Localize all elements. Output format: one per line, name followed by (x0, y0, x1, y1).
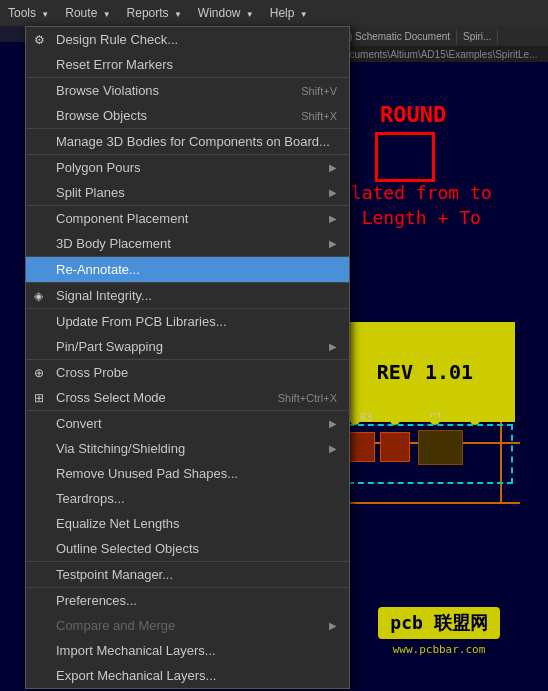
reports-arrow: ▼ (174, 10, 182, 19)
menu-item-re-annotate[interactable]: Re-Annotate... (26, 257, 349, 282)
menu-label-convert: Convert (56, 416, 102, 431)
menu-label-via-stitching: Via Stitching/Shielding (56, 441, 185, 456)
menu-item-preferences[interactable]: Preferences... (26, 588, 349, 613)
filepath-text: \Documents\Altium\AD15\Examples\SpiritLe… (334, 49, 537, 60)
menu-label-manage-3d-bodies: Manage 3D Bodies for Components on Board… (56, 134, 330, 149)
route-arrow: ▼ (103, 10, 111, 19)
menu-section-1: ⚙ Design Rule Check... Reset Error Marke… (26, 27, 349, 78)
menu-item-teardrops[interactable]: Teardrops... (26, 486, 349, 511)
menu-label-re-annotate: Re-Annotate... (56, 262, 140, 277)
menu-label-update-from-pcb: Update From PCB Libraries... (56, 314, 227, 329)
pcb-calculated-text: ulated from to (340, 182, 492, 203)
cross-select-icon: ⊞ (34, 391, 44, 405)
menu-label-pin-part-swapping: Pin/Part Swapping (56, 339, 163, 354)
pcb-logo-area: pcb 联盟网 www.pcbbar.com (340, 591, 538, 671)
drc-icon: ⚙ (34, 33, 45, 47)
menu-item-compare-merge: Compare and Merge ▶ (26, 613, 349, 638)
menu-tools[interactable]: Tools ▼ (0, 2, 57, 24)
menu-item-pin-part-swapping[interactable]: Pin/Part Swapping ▶ (26, 334, 349, 359)
menu-item-browse-violations[interactable]: Browse Violations Shift+V (26, 78, 349, 103)
menu-section-5: Component Placement ▶ 3D Body Placement … (26, 206, 349, 257)
menu-section-9: ⊕ Cross Probe ⊞ Cross Select Mode Shift+… (26, 360, 349, 411)
menu-item-manage-3d-bodies[interactable]: Manage 3D Bodies for Components on Board… (26, 129, 349, 154)
menu-label-export-mechanical-layers: Export Mechanical Layers... (56, 668, 216, 683)
menu-label-browse-violations: Browse Violations (56, 83, 159, 98)
menu-section-11: Testpoint Manager... (26, 562, 349, 588)
menu-item-split-planes[interactable]: Split Planes ▶ (26, 180, 349, 205)
menu-label-design-rule-check: Design Rule Check... (56, 32, 178, 47)
menu-item-component-placement[interactable]: Component Placement ▶ (26, 206, 349, 231)
menu-item-browse-objects[interactable]: Browse Objects Shift+X (26, 103, 349, 128)
shortcut-cross-select: Shift+Ctrl+X (278, 392, 337, 404)
compare-merge-arrow: ▶ (329, 620, 337, 631)
menu-item-convert[interactable]: Convert ▶ (26, 411, 349, 436)
menu-item-design-rule-check[interactable]: ⚙ Design Rule Check... (26, 27, 349, 52)
pin-part-swapping-arrow: ▶ (329, 341, 337, 352)
menu-reports[interactable]: Reports ▼ (119, 2, 190, 24)
pcb-url-text: www.pcbbar.com (393, 643, 486, 656)
pcb-rev-text: REV 1.01 (377, 360, 473, 384)
menu-item-remove-unused-pad[interactable]: Remove Unused Pad Shapes... (26, 461, 349, 486)
menu-item-cross-probe[interactable]: ⊕ Cross Probe (26, 360, 349, 385)
menu-item-update-from-pcb[interactable]: Update From PCB Libraries... (26, 309, 349, 334)
selection-box (338, 424, 513, 484)
shortcut-browse-objects: Shift+X (301, 110, 337, 122)
pcb-length-text: h Length + To (340, 207, 481, 228)
menu-label-3d-body-placement: 3D Body Placement (56, 236, 171, 251)
menu-label-signal-integrity: Signal Integrity... (56, 288, 152, 303)
menu-item-3d-body-placement[interactable]: 3D Body Placement ▶ (26, 231, 349, 256)
menu-label-reset-error-markers: Reset Error Markers (56, 57, 173, 72)
header-tab-2[interactable]: Spiri... (457, 29, 498, 44)
split-planes-arrow: ▶ (329, 187, 337, 198)
menu-item-testpoint-manager[interactable]: Testpoint Manager... (26, 562, 349, 587)
help-arrow: ▼ (300, 10, 308, 19)
window-arrow: ▼ (246, 10, 254, 19)
menu-label-equalize-net-lengths: Equalize Net Lengths (56, 516, 180, 531)
menu-item-polygon-pours[interactable]: Polygon Pours ▶ (26, 155, 349, 180)
menu-item-signal-integrity[interactable]: ◈ Signal Integrity... (26, 283, 349, 308)
menu-item-outline-selected[interactable]: Outline Selected Objects (26, 536, 349, 561)
menu-item-reset-error-markers[interactable]: Reset Error Markers (26, 52, 349, 77)
pcb-yellow-box: REV 1.01 (335, 322, 515, 422)
menu-section-8: Update From PCB Libraries... Pin/Part Sw… (26, 309, 349, 360)
menu-route[interactable]: Route ▼ (57, 2, 118, 24)
convert-arrow: ▶ (329, 418, 337, 429)
menu-item-equalize-net-lengths[interactable]: Equalize Net Lengths (26, 511, 349, 536)
menu-label-remove-unused-pad: Remove Unused Pad Shapes... (56, 466, 238, 481)
menu-section-3: Manage 3D Bodies for Components on Board… (26, 129, 349, 155)
menubar: Tools ▼ Route ▼ Reports ▼ Window ▼ Help … (0, 0, 548, 26)
cross-probe-icon: ⊕ (34, 366, 44, 380)
menu-window[interactable]: Window ▼ (190, 2, 262, 24)
header-bar: (9) Schematic Document Spiri... (330, 26, 548, 46)
menu-label-polygon-pours: Polygon Pours (56, 160, 141, 175)
via-stitching-arrow: ▶ (329, 443, 337, 454)
menu-label-teardrops: Teardrops... (56, 491, 125, 506)
pcb-logo-text: pcb 联盟网 (390, 612, 487, 633)
menu-section-2: Browse Violations Shift+V Browse Objects… (26, 78, 349, 129)
menu-help[interactable]: Help ▼ (262, 2, 316, 24)
menu-item-via-stitching[interactable]: Via Stitching/Shielding ▶ (26, 436, 349, 461)
shortcut-browse-violations: Shift+V (301, 85, 337, 97)
menu-label-testpoint-manager: Testpoint Manager... (56, 567, 173, 582)
menu-section-12: Preferences... Compare and Merge ▶ Impor… (26, 588, 349, 688)
menu-label-cross-probe: Cross Probe (56, 365, 128, 380)
menu-label-preferences: Preferences... (56, 593, 137, 608)
menu-item-import-mechanical-layers[interactable]: Import Mechanical Layers... (26, 638, 349, 663)
pcb-logo-box: pcb 联盟网 (378, 607, 499, 639)
polygon-pours-arrow: ▶ (329, 162, 337, 173)
3d-body-placement-arrow: ▶ (329, 238, 337, 249)
header-tab-1[interactable]: (9) Schematic Document (334, 29, 457, 44)
menu-item-cross-select-mode[interactable]: ⊞ Cross Select Mode Shift+Ctrl+X (26, 385, 349, 410)
menu-label-cross-select-mode: Cross Select Mode (56, 390, 166, 405)
filepath-bar: \Documents\Altium\AD15\Examples\SpiritLe… (330, 46, 548, 62)
track-4 (340, 502, 520, 504)
component-placement-arrow: ▶ (329, 213, 337, 224)
menu-section-10: Convert ▶ Via Stitching/Shielding ▶ Remo… (26, 411, 349, 562)
tools-arrow: ▼ (41, 10, 49, 19)
menu-section-7: ◈ Signal Integrity... (26, 283, 349, 309)
menu-item-export-mechanical-layers[interactable]: Export Mechanical Layers... (26, 663, 349, 688)
menu-label-component-placement: Component Placement (56, 211, 188, 226)
menu-label-split-planes: Split Planes (56, 185, 125, 200)
menu-label-compare-merge: Compare and Merge (56, 618, 175, 633)
menu-label-outline-selected: Outline Selected Objects (56, 541, 199, 556)
